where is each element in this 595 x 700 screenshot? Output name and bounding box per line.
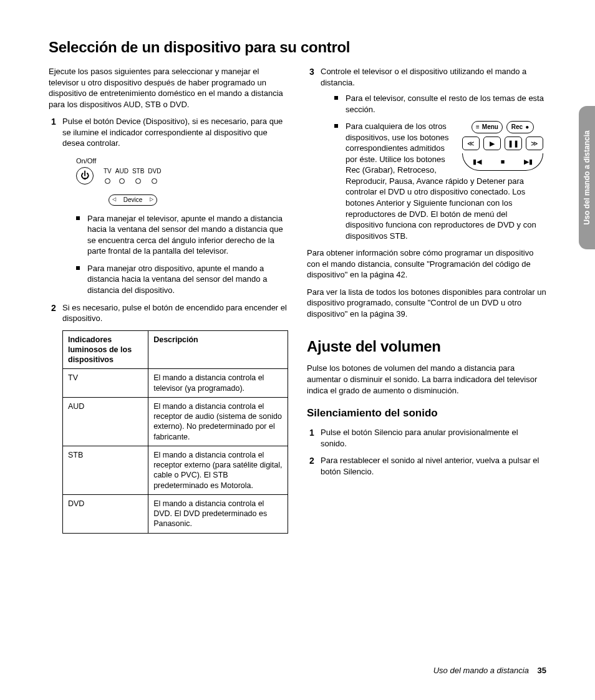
led-label-tv: TV [104, 167, 112, 176]
led-icon [135, 178, 141, 184]
device-button-icon: ◁ Device ▷ [109, 194, 157, 206]
left-column: Ejecute los pasos siguientes para selecc… [49, 66, 288, 534]
mute-step-2: 2Para restablecer el sonido al nivel ant… [307, 455, 546, 477]
info-paragraph-1: Para obtener información sobre cómo prog… [307, 247, 546, 280]
led-label-aud: AUD [115, 167, 128, 176]
playback-diagram: ≡Menu Rec● ≪ ▶ ❚❚ ≫ ▮◀ ■ [459, 121, 546, 171]
intro-text: Ejecute los pasos siguientes para selecc… [49, 66, 288, 110]
step-3-bullet-1: Para el televisor, consulte el resto de … [334, 93, 546, 115]
info-paragraph-2: Para ver la lista de todos los botones d… [307, 287, 546, 320]
step-1-text: Pulse el botón Device (Dispositivo), si … [62, 117, 283, 148]
step-1-bullet-1: Para manejar el televisor, apunte el man… [76, 213, 288, 257]
led-icon [119, 178, 125, 184]
pause-icon: ❚❚ [505, 137, 522, 150]
power-icon: ⏻ [76, 167, 94, 185]
led-label-dvd: DVD [148, 167, 161, 176]
prev-icon: ▮◀ [473, 157, 481, 166]
side-tab-label: Uso del mando a distancia [583, 130, 591, 224]
mute-step-1: 1Pulse el botón Silencio para anular pro… [307, 427, 546, 449]
page-number: 35 [538, 666, 546, 675]
rewind-icon: ≪ [462, 137, 480, 150]
step-3-text: Controle el televisor o el dispositivo u… [321, 67, 526, 87]
triangle-left-icon: ◁ [112, 196, 116, 203]
device-indicators-table: Indicadores luminosos de los dispositivo… [62, 330, 288, 534]
step-1: 1 Pulse el botón Device (Dispositivo), s… [49, 116, 288, 295]
table-row: DVDEl mando a distancia controla el DVD.… [63, 494, 288, 533]
step-2-text: Si es necesario, pulse el botón de encen… [62, 303, 287, 324]
page-footer: Uso del mando a distancia 35 [433, 666, 546, 675]
led-icon [152, 178, 157, 184]
right-column: 3 Controle el televisor o el dispositivo… [307, 66, 546, 534]
page-title: Selección de un dispositivo para su cont… [49, 39, 546, 56]
side-tab: Uso del mando a distancia [579, 106, 595, 249]
table-row: STBEl mando a distancia controla el rece… [63, 446, 288, 494]
table-row: AUDEl mando a distancia controla el rece… [63, 397, 288, 446]
table-header-1: Indicadores luminosos de los dispositivo… [63, 330, 148, 369]
volume-intro: Pulse los botones de volumen del mando a… [307, 363, 546, 396]
table-header-2: Descripción [148, 330, 288, 369]
menu-button-icon: ≡Menu [472, 121, 503, 133]
triangle-right-icon: ▷ [150, 196, 153, 203]
fast-forward-icon: ≫ [526, 137, 543, 150]
mute-heading: Silenciamiento del sonido [307, 407, 546, 420]
stop-icon: ■ [501, 157, 505, 166]
rec-button-icon: Rec● [506, 121, 534, 133]
onoff-diagram: On/Off ⏻ TV AUD STB DVD ◁ Device ▷ [76, 156, 288, 206]
volume-heading: Ajuste del volumen [307, 338, 546, 355]
onoff-label: On/Off [76, 156, 288, 166]
device-label: Device [123, 196, 143, 204]
step-3-bullet-2: ≡Menu Rec● ≪ ▶ ❚❚ ≫ ▮◀ ■ [334, 121, 546, 241]
led-label-stb: STB [132, 167, 144, 176]
footer-title: Uso del mando a distancia [433, 666, 529, 675]
led-icon [105, 178, 110, 184]
next-icon: ▶▮ [524, 157, 533, 166]
play-icon: ▶ [483, 137, 501, 150]
step-1-bullet-2: Para manejar otro dispositivo, apunte el… [76, 263, 288, 296]
step-3: 3 Controle el televisor o el dispositivo… [307, 66, 546, 241]
table-row: TVEl mando a distancia controla el telev… [63, 369, 288, 398]
step-2: 2 Si es necesario, pulse el botón de enc… [49, 302, 288, 324]
